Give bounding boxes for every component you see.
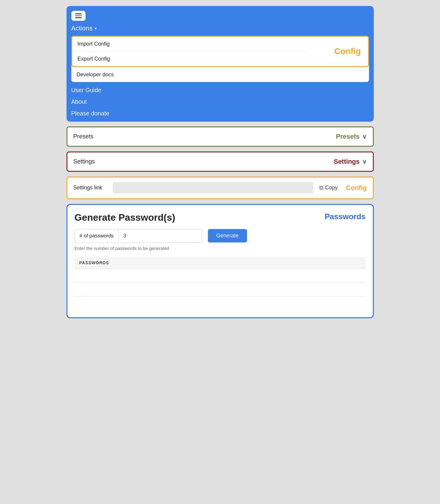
user-guide-link[interactable]: User Guide bbox=[71, 87, 369, 94]
num-passwords-input[interactable] bbox=[118, 229, 202, 243]
settings-right: Settings ∨ bbox=[334, 158, 367, 166]
password-row-1 bbox=[75, 269, 366, 283]
passwords-output: PASSWORDS bbox=[75, 257, 366, 310]
passwords-section: Generate Password(s) Passwords # of pass… bbox=[67, 204, 374, 318]
import-config-item[interactable]: Import Config bbox=[72, 37, 308, 52]
settings-section: Settings Settings ∨ bbox=[67, 151, 374, 172]
copy-label: Copy bbox=[325, 185, 338, 191]
passwords-badge: Passwords bbox=[325, 212, 365, 221]
settings-chevron: ∨ bbox=[362, 158, 367, 166]
actions-text: Actions bbox=[71, 24, 93, 32]
copy-icon: ⧉ bbox=[319, 184, 323, 191]
generate-button[interactable]: Generate bbox=[208, 229, 247, 242]
passwords-title: Generate Password(s) bbox=[75, 212, 175, 223]
please-donate-link[interactable]: Please donate bbox=[71, 110, 369, 117]
settings-link-input[interactable] bbox=[113, 182, 313, 194]
passwords-form-row: # of passwords Generate bbox=[75, 229, 366, 243]
settings-link-label: Settings link bbox=[73, 185, 109, 191]
config-badge-inline: Config bbox=[346, 184, 367, 192]
settings-header[interactable]: Settings Settings ∨ bbox=[67, 152, 373, 171]
settings-link-row: Settings link ⧉ Copy Config bbox=[73, 182, 367, 194]
hamburger-line-3 bbox=[75, 17, 82, 18]
copy-button[interactable]: ⧉ Copy bbox=[317, 183, 340, 192]
hamburger-button[interactable] bbox=[71, 11, 86, 21]
presets-chevron: ∨ bbox=[362, 133, 367, 140]
about-link[interactable]: About bbox=[71, 98, 369, 105]
num-passwords-label: # of passwords bbox=[75, 229, 118, 243]
presets-label: Presets bbox=[73, 133, 94, 140]
main-container: Actions ▾ Import Config Export Config Co… bbox=[67, 6, 374, 318]
presets-right: Presets ∨ bbox=[336, 133, 367, 140]
actions-label: Actions ▾ bbox=[71, 24, 369, 32]
presets-header[interactable]: Presets Presets ∨ bbox=[67, 127, 373, 146]
presets-badge: Presets bbox=[336, 133, 360, 140]
passwords-output-header: PASSWORDS bbox=[75, 257, 366, 269]
settings-badge: Settings bbox=[334, 158, 360, 166]
hamburger-line-1 bbox=[75, 13, 82, 14]
password-row-2 bbox=[75, 283, 366, 296]
settings-link-section: Settings link ⧉ Copy Config bbox=[67, 177, 374, 199]
presets-section: Presets Presets ∨ bbox=[67, 126, 374, 147]
password-row-3 bbox=[75, 296, 366, 310]
hamburger-line-2 bbox=[75, 16, 82, 16]
actions-arrow: ▾ bbox=[95, 26, 97, 31]
menu-card: Import Config Export Config Config Devel… bbox=[71, 36, 369, 82]
passwords-hint: Enter the number of passwords to be gene… bbox=[75, 246, 366, 251]
passwords-header: Generate Password(s) Passwords bbox=[75, 212, 366, 223]
export-config-item[interactable]: Export Config bbox=[72, 52, 308, 66]
config-badge-top: Config bbox=[308, 37, 368, 66]
developer-docs-item[interactable]: Developer docs bbox=[71, 67, 369, 82]
menu-items-config: Import Config Export Config bbox=[72, 37, 308, 66]
top-section: Actions ▾ Import Config Export Config Co… bbox=[67, 6, 374, 122]
settings-label: Settings bbox=[73, 158, 95, 165]
